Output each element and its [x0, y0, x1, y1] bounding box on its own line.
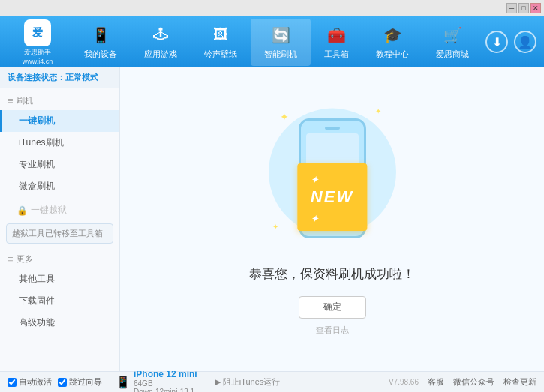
- tutorial-icon: 🎓: [382, 25, 403, 46]
- jailbreak-disabled-header: 🔒 一键越狱: [0, 200, 119, 220]
- header: 爱 爱思助手 www.i4.cn 📱 我的设备 🕹 应用游戏 🖼 铃声壁纸 🔄 …: [0, 16, 544, 67]
- sidebar-item-advanced[interactable]: 高级功能: [0, 312, 119, 334]
- wechat-link[interactable]: 微信公众号: [453, 376, 494, 388]
- phone-notch: [325, 127, 340, 130]
- nav-wallpaper[interactable]: 🖼 铃声壁纸: [191, 19, 251, 66]
- main-area: 设备连接状态：正常模式 ≡ 刷机 一键刷机 iTunes刷机 专业刷机 微盒刷机: [0, 67, 544, 371]
- itunes-icon: ▶: [215, 377, 221, 387]
- download-button[interactable]: ⬇: [485, 31, 508, 53]
- sparkle-3: ✦: [272, 223, 278, 231]
- maximize-button[interactable]: □: [518, 3, 529, 13]
- new-badge: NEW: [297, 163, 367, 231]
- sidebar-item-save-flash[interactable]: 微盒刷机: [0, 175, 119, 197]
- window-controls: ─ □ ✕: [506, 3, 541, 13]
- more-section-icon: ≡: [8, 253, 14, 265]
- title-bar: ─ □ ✕: [0, 0, 544, 16]
- minimize-button[interactable]: ─: [506, 3, 517, 13]
- flash-section-icon: ≡: [8, 95, 14, 106]
- sidebar-item-itunes-flash[interactable]: iTunes刷机: [0, 132, 119, 154]
- app-icon: 🕹: [150, 25, 171, 46]
- footer-left: 自动激活 跳过向导 📱 iPhone 12 mini 64GB Down-12m…: [8, 369, 280, 393]
- main-content: ✦ ✦ ✦ NEW 恭喜您，保资料刷机成功啦！ 确定 查看日志: [120, 67, 544, 371]
- footer-right: V7.98.66 客服 微信公众号 检查更新: [389, 376, 536, 388]
- check-update-link[interactable]: 检查更新: [503, 376, 536, 388]
- success-message: 恭喜您，保资料刷机成功啦！: [249, 265, 415, 283]
- sidebar-item-other-tools[interactable]: 其他工具: [0, 268, 119, 290]
- logo-icon: 爱: [24, 19, 51, 46]
- device-info: 📱 iPhone 12 mini 64GB Down-12mini-13,1: [116, 369, 197, 393]
- logo[interactable]: 爱 爱思助手 www.i4.cn: [8, 19, 68, 65]
- itunes-status: ▶ 阻止iTunes运行: [215, 376, 281, 388]
- lock-icon: 🔒: [17, 205, 28, 216]
- device-version: Down-12mini-13,1: [134, 388, 197, 393]
- nav-smart-flash[interactable]: 🔄 智能刷机: [251, 19, 311, 66]
- flash-icon: 🔄: [270, 25, 291, 46]
- sidebar-section-jailbreak: 🔒 一键越狱 越狱工具已转移至工具箱: [0, 200, 119, 247]
- sidebar-section-flash: ≡ 刷机 一键刷机 iTunes刷机 专业刷机 微盒刷机: [0, 91, 119, 197]
- store-icon: 🛒: [442, 25, 463, 46]
- sidebar-section-more: ≡ 更多 其他工具 下载固件 高级功能: [0, 250, 119, 334]
- user-button[interactable]: 👤: [514, 31, 536, 53]
- toolbox-icon: 🧰: [326, 25, 347, 46]
- confirm-button[interactable]: 确定: [299, 296, 366, 319]
- sparkle-2: ✦: [375, 107, 381, 115]
- nav-my-device[interactable]: 📱 我的设备: [71, 19, 131, 66]
- skip-wizard-checkbox[interactable]: 跳过向导: [58, 376, 102, 388]
- section-more-header: ≡ 更多: [0, 250, 119, 268]
- sidebar-item-pro-flash[interactable]: 专业刷机: [0, 154, 119, 175]
- logo-text: 爱思助手 www.i4.cn: [23, 48, 53, 65]
- nav-store[interactable]: 🛒 爱思商城: [422, 19, 482, 66]
- nav-app-games[interactable]: 🕹 应用游戏: [131, 19, 191, 66]
- phone-icon: 📱: [116, 375, 131, 389]
- header-right: ⬇ 👤: [485, 31, 536, 53]
- success-illustration: ✦ ✦ ✦ NEW: [265, 103, 400, 253]
- sidebar: 设备连接状态：正常模式 ≡ 刷机 一键刷机 iTunes刷机 专业刷机 微盒刷机: [0, 67, 120, 371]
- auto-activate-checkbox[interactable]: 自动激活: [8, 376, 52, 388]
- nav-bar: 📱 我的设备 🕹 应用游戏 🖼 铃声壁纸 🔄 智能刷机 🧰 工具箱 🎓 教程中心…: [68, 19, 485, 66]
- connection-status: 设备连接状态：正常模式: [0, 67, 119, 88]
- jailbreak-notice: 越狱工具已转移至工具箱: [6, 223, 113, 244]
- nav-tutorial[interactable]: 🎓 教程中心: [362, 19, 422, 66]
- sidebar-item-one-click-flash[interactable]: 一键刷机: [0, 110, 119, 132]
- sidebar-item-download-firmware[interactable]: 下载固件: [0, 290, 119, 312]
- device-icon: 📱: [90, 25, 111, 46]
- sparkle-1: ✦: [280, 111, 289, 123]
- footer: 自动激活 跳过向导 📱 iPhone 12 mini 64GB Down-12m…: [0, 371, 544, 392]
- section-flash-header: ≡ 刷机: [0, 91, 119, 110]
- wallpaper-icon: 🖼: [210, 25, 231, 46]
- close-button[interactable]: ✕: [530, 3, 541, 13]
- device-storage: 64GB: [134, 379, 197, 388]
- version-label: V7.98.66: [389, 378, 419, 386]
- nav-toolbox[interactable]: 🧰 工具箱: [311, 19, 362, 66]
- skip-wizard-input[interactable]: [58, 378, 67, 387]
- auto-activate-input[interactable]: [8, 378, 17, 387]
- customer-service-link[interactable]: 客服: [428, 376, 444, 388]
- review-log-link[interactable]: 查看日志: [316, 325, 349, 336]
